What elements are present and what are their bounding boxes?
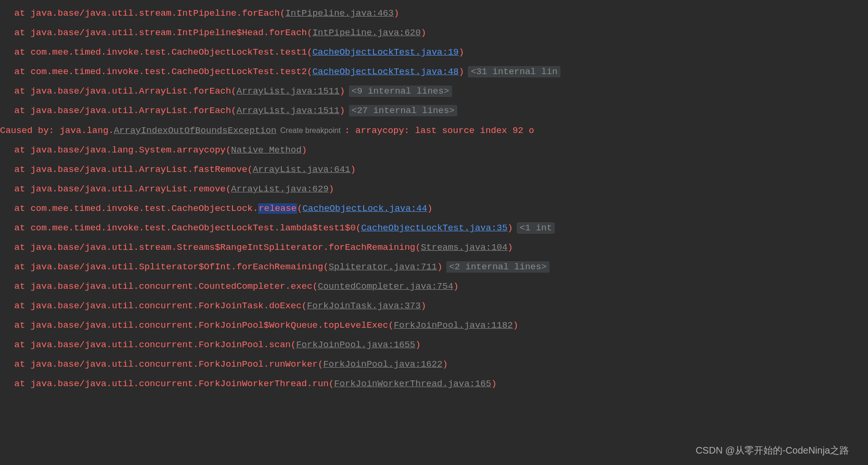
stack-location: com.mee.timed.invoke.test.CacheObjectLoc… xyxy=(30,223,356,233)
source-link[interactable]: ForkJoinTask.java:373 xyxy=(307,301,421,311)
open-paren: ( xyxy=(291,340,296,350)
source-link[interactable]: ArrayList.java:629 xyxy=(231,184,328,194)
close-paren: ) xyxy=(491,379,496,389)
close-paren: ) xyxy=(394,8,399,19)
source-link[interactable]: ForkJoinWorkerThread.java:165 xyxy=(334,379,492,389)
at-keyword: at xyxy=(14,164,30,175)
exception-message: : arraycopy: last source index 92 o xyxy=(345,125,534,136)
source-link[interactable]: IntPipeline.java:620 xyxy=(312,28,421,38)
close-paren: ) xyxy=(421,301,426,311)
caused-by-prefix: Caused by: java.lang. xyxy=(0,125,114,136)
close-paren: ) xyxy=(328,184,334,194)
open-paren: ( xyxy=(323,262,328,272)
stack-frame: at java.base/java.util.concurrent.ForkJo… xyxy=(0,374,868,394)
stack-frame: at com.mee.timed.invoke.test.CacheObject… xyxy=(0,43,868,62)
source-link[interactable]: ForkJoinPool.java:1655 xyxy=(296,340,415,350)
collapsed-frames[interactable]: <1 int xyxy=(517,222,555,234)
open-paren: ( xyxy=(231,86,236,96)
stack-frame: at java.base/java.util.ArrayList.remove(… xyxy=(0,180,868,199)
at-keyword: at xyxy=(14,203,30,214)
exception-class-link[interactable]: ArrayIndexOutOfBoundsException xyxy=(114,125,276,136)
source-link[interactable]: ForkJoinPool.java:1182 xyxy=(394,320,513,331)
close-paren: ) xyxy=(415,340,421,350)
close-paren: ) xyxy=(453,281,459,292)
open-paren: ( xyxy=(328,379,334,389)
caused-by-line: Caused by: java.lang.ArrayIndexOutOfBoun… xyxy=(0,121,868,141)
at-keyword: at xyxy=(14,223,30,233)
source-link[interactable]: Native Method xyxy=(231,145,301,155)
collapsed-frames[interactable]: <27 internal lines> xyxy=(349,105,458,116)
stack-location: java.base/java.lang.System.arraycopy xyxy=(30,145,225,155)
source-link[interactable]: ArrayList.java:1511 xyxy=(237,86,340,96)
open-paren: ( xyxy=(231,105,236,116)
close-paren: ) xyxy=(459,66,464,77)
source-link[interactable]: CacheObjectLockTest.java:35 xyxy=(361,223,508,233)
at-keyword: at xyxy=(14,320,30,331)
stack-location: com.mee.timed.invoke.test.CacheObjectLoc… xyxy=(30,66,307,77)
close-paren: ) xyxy=(350,164,356,175)
close-paren: ) xyxy=(459,47,464,57)
source-link[interactable]: CountedCompleter.java:754 xyxy=(318,281,453,292)
stack-frame: at java.base/java.util.stream.Streams$Ra… xyxy=(0,238,868,257)
collapsed-frames[interactable]: <9 internal lines> xyxy=(349,85,452,97)
close-paren: ) xyxy=(427,203,433,214)
open-paren: ( xyxy=(307,66,312,77)
stack-location: java.base/java.util.Spliterator$OfInt.fo… xyxy=(30,262,323,272)
at-keyword: at xyxy=(14,105,30,116)
close-paren: ) xyxy=(301,145,307,155)
at-keyword: at xyxy=(14,86,30,96)
stack-location: java.base/java.util.concurrent.ForkJoinT… xyxy=(30,301,301,311)
stack-location: java.base/java.util.stream.IntPipeline$H… xyxy=(30,28,307,38)
stack-location: java.base/java.util.concurrent.ForkJoinP… xyxy=(30,359,318,370)
at-keyword: at xyxy=(14,301,30,311)
at-keyword: at xyxy=(14,66,30,77)
close-paren: ) xyxy=(339,105,345,116)
open-paren: ( xyxy=(247,164,252,175)
stack-location: java.base/java.util.concurrent.ForkJoinP… xyxy=(30,320,388,331)
at-keyword: at xyxy=(14,359,30,370)
stack-location: java.base/java.util.stream.Streams$Range… xyxy=(30,242,415,253)
close-paren: ) xyxy=(508,223,513,233)
open-paren: ( xyxy=(226,145,231,155)
stack-frame: at java.base/java.util.Spliterator$OfInt… xyxy=(0,257,868,277)
collapsed-frames[interactable]: <31 internal lin xyxy=(468,66,560,77)
source-link[interactable]: ArrayList.java:641 xyxy=(253,164,350,175)
collapsed-frames[interactable]: <2 internal lines> xyxy=(446,261,550,273)
console-output[interactable]: at java.base/java.util.stream.IntPipelin… xyxy=(0,4,868,394)
open-paren: ( xyxy=(301,301,307,311)
source-link[interactable]: ForkJoinPool.java:1622 xyxy=(323,359,443,370)
stack-frame: at java.base/java.util.ArrayList.forEach… xyxy=(0,101,868,121)
stack-frame: at com.mee.timed.invoke.test.CacheObject… xyxy=(0,199,868,218)
close-paren: ) xyxy=(443,359,448,370)
open-paren: ( xyxy=(307,28,312,38)
source-link[interactable]: Spliterator.java:711 xyxy=(328,262,437,272)
open-paren: ( xyxy=(415,242,421,253)
at-keyword: at xyxy=(14,242,30,253)
stack-frame: at java.base/java.util.concurrent.ForkJo… xyxy=(0,296,868,316)
source-link[interactable]: Streams.java:104 xyxy=(421,242,507,253)
open-paren: ( xyxy=(356,223,361,233)
stack-location: java.base/java.util.concurrent.ForkJoinW… xyxy=(30,379,328,389)
at-keyword: at xyxy=(14,379,30,389)
stack-location: java.base/java.util.ArrayList.forEach xyxy=(30,105,231,116)
at-keyword: at xyxy=(14,340,30,350)
at-keyword: at xyxy=(14,28,30,38)
at-keyword: at xyxy=(14,281,30,292)
stack-frame: at java.base/java.util.concurrent.ForkJo… xyxy=(0,355,868,374)
create-breakpoint-link[interactable]: Create breakpoint xyxy=(277,126,345,134)
source-link[interactable]: ArrayList.java:1511 xyxy=(237,105,340,116)
source-link[interactable]: CacheObjectLock.java:44 xyxy=(302,203,427,214)
stack-location: com.mee.timed.invoke.test.CacheObjectLoc… xyxy=(30,47,307,57)
stack-location: com.mee.timed.invoke.test.CacheObjectLoc… xyxy=(30,203,258,214)
close-paren: ) xyxy=(513,320,518,331)
source-link[interactable]: CacheObjectLockTest.java:48 xyxy=(312,66,459,77)
source-link[interactable]: CacheObjectLockTest.java:19 xyxy=(312,47,459,57)
source-link[interactable]: IntPipeline.java:463 xyxy=(285,8,394,19)
open-paren: ( xyxy=(307,47,312,57)
stack-location: java.base/java.util.concurrent.CountedCo… xyxy=(30,281,312,292)
stack-frame: at java.base/java.lang.System.arraycopy(… xyxy=(0,141,868,160)
stack-frame: at java.base/java.util.stream.IntPipelin… xyxy=(0,23,868,43)
stack-frame: at java.base/java.util.concurrent.ForkJo… xyxy=(0,316,868,335)
stack-frame: at java.base/java.util.concurrent.ForkJo… xyxy=(0,335,868,355)
close-paren: ) xyxy=(508,242,513,253)
